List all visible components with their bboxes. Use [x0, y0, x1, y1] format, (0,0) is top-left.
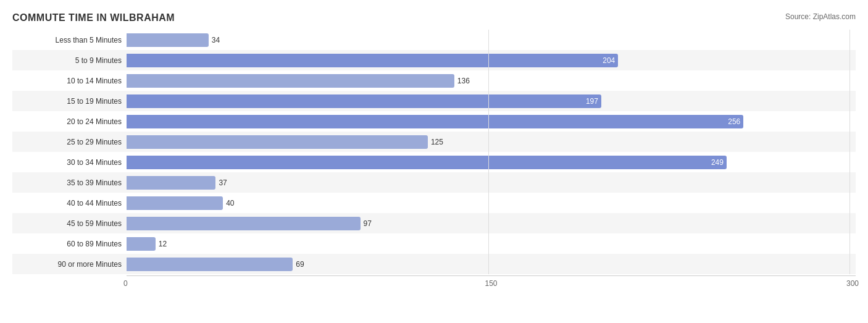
- bar-label: 20 to 24 Minutes: [12, 117, 127, 126]
- bar-row: 20 to 24 Minutes256: [12, 111, 856, 132]
- bar-label: 30 to 34 Minutes: [12, 158, 127, 167]
- bar-value-label: 69: [296, 260, 304, 269]
- bar-row: 60 to 89 Minutes12: [12, 233, 856, 254]
- bar-value-label: 197: [586, 97, 598, 106]
- bar-value-label: 40: [226, 199, 234, 208]
- bar-row: 40 to 44 Minutes40: [12, 193, 856, 213]
- chart-area: Less than 5 Minutes345 to 9 Minutes20410…: [12, 30, 856, 285]
- bars-section: Less than 5 Minutes345 to 9 Minutes20410…: [12, 30, 856, 274]
- x-axis-tick: 0: [123, 279, 128, 288]
- bar-label: 15 to 19 Minutes: [12, 97, 127, 106]
- bar-row: 90 or more Minutes69: [12, 254, 856, 274]
- bar-track: 136: [127, 70, 856, 91]
- bar-fill: [127, 196, 223, 210]
- bar-value-label: 97: [364, 219, 372, 228]
- source-label: Source: ZipAtlas.com: [785, 12, 856, 21]
- bar-track: 249: [127, 152, 856, 172]
- bar-fill: [127, 258, 293, 271]
- bar-row: Less than 5 Minutes34: [12, 30, 856, 50]
- bar-track: 69: [127, 254, 856, 274]
- bar-fill: 204: [127, 54, 618, 67]
- bar-label: 40 to 44 Minutes: [12, 199, 127, 208]
- bar-track: 12: [127, 233, 856, 254]
- bar-track: 40: [127, 193, 856, 213]
- bar-track: 37: [127, 172, 856, 193]
- bar-fill: [127, 237, 156, 251]
- bar-value-label: 37: [219, 178, 227, 187]
- bar-fill: [127, 176, 215, 190]
- bar-track: 204: [127, 50, 856, 70]
- bar-value-label: 12: [159, 240, 167, 248]
- bar-fill: 197: [127, 94, 601, 108]
- bar-row: 25 to 29 Minutes125: [12, 132, 856, 152]
- bar-value-label: 256: [728, 117, 740, 126]
- bar-row: 15 to 19 Minutes197: [12, 91, 856, 111]
- bar-track: 256: [127, 111, 856, 132]
- bar-label: 35 to 39 Minutes: [12, 178, 127, 187]
- bar-label: Less than 5 Minutes: [12, 36, 127, 44]
- bar-row: 5 to 9 Minutes204: [12, 50, 856, 70]
- bar-label: 90 or more Minutes: [12, 260, 127, 269]
- bar-row: 45 to 59 Minutes97: [12, 213, 856, 233]
- bar-track: 97: [127, 213, 856, 233]
- chart-container: COMMUTE TIME IN WILBRAHAM Source: ZipAtl…: [0, 0, 868, 323]
- bar-label: 45 to 59 Minutes: [12, 219, 127, 228]
- bar-fill: [127, 33, 209, 47]
- bar-row: 35 to 39 Minutes37: [12, 172, 856, 193]
- x-axis-tick: 300: [846, 279, 859, 288]
- bar-value-label: 204: [603, 56, 615, 65]
- bar-label: 5 to 9 Minutes: [12, 56, 127, 65]
- bar-track: 197: [127, 91, 856, 111]
- bar-row: 30 to 34 Minutes249: [12, 152, 856, 172]
- bar-fill: [127, 135, 428, 149]
- bar-row: 10 to 14 Minutes136: [12, 70, 856, 91]
- bar-label: 25 to 29 Minutes: [12, 138, 127, 146]
- bar-track: 125: [127, 132, 856, 152]
- bar-value-label: 34: [212, 36, 220, 44]
- bar-label: 60 to 89 Minutes: [12, 240, 127, 248]
- bar-fill: [127, 74, 454, 88]
- bar-value-label: 136: [457, 77, 470, 85]
- bar-label: 10 to 14 Minutes: [12, 77, 127, 85]
- bar-fill: 256: [127, 115, 743, 128]
- bar-value-label: 249: [711, 158, 724, 167]
- bar-fill: 249: [127, 156, 727, 169]
- bar-track: 34: [127, 30, 856, 50]
- x-axis-tick: 150: [485, 279, 498, 288]
- bar-fill: [127, 217, 361, 230]
- chart-title: COMMUTE TIME IN WILBRAHAM: [12, 12, 856, 23]
- x-axis: 0150300: [127, 275, 856, 285]
- bar-value-label: 125: [431, 138, 443, 146]
